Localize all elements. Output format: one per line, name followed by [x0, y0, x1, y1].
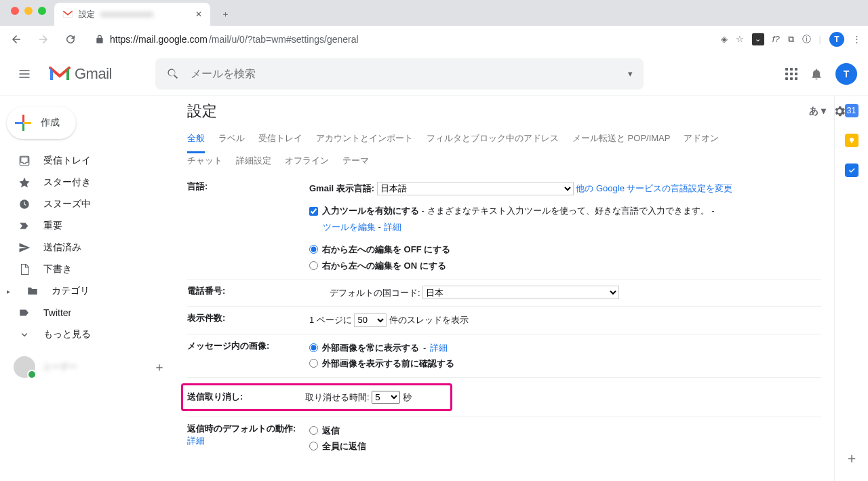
search-options-button[interactable]: ▾	[628, 69, 633, 79]
input-method-indicator[interactable]: あ ▾	[809, 105, 826, 117]
country-code-select[interactable]: 日本	[422, 286, 619, 299]
browser-profile-avatar[interactable]: T	[829, 32, 844, 47]
images-always-radio[interactable]	[309, 343, 318, 352]
tab-offline[interactable]: オフライン	[285, 155, 329, 167]
tab-chat[interactable]: チャット	[187, 155, 222, 167]
reply-all-label: 全員に返信	[322, 438, 366, 454]
reload-button[interactable]	[61, 30, 80, 49]
rtl-off-label: 右から左への編集を OFF にする	[322, 242, 450, 257]
close-tab-button[interactable]: ✕	[195, 9, 202, 19]
forward-button[interactable]	[34, 30, 53, 49]
other-services-link[interactable]: 他の Google サービスの言語設定を変更	[576, 183, 732, 193]
rtl-off-radio[interactable]	[309, 245, 318, 254]
tab-addons[interactable]: アドオン	[684, 132, 719, 145]
google-apps-button[interactable]	[785, 68, 797, 80]
row-body-images: 外部画像を常に表示する - 詳細 外部画像を表示する前に確認する	[309, 340, 821, 372]
display-lang-label: Gmail 表示言語:	[309, 183, 374, 193]
browser-menu-button[interactable]: ⋮	[852, 34, 861, 44]
gmail-product-name: Gmail	[75, 65, 112, 83]
settings-tabs-row2: チャット 詳細設定 オフライン テーマ	[187, 145, 868, 167]
clock-icon	[18, 197, 31, 211]
sidebar-item-starred[interactable]: スター付き	[0, 172, 174, 193]
row-label-pagesize: 表示件数:	[187, 312, 309, 328]
sidebar-item-more[interactable]: もっと見る	[0, 324, 174, 345]
fullscreen-window-button[interactable]	[38, 7, 46, 15]
main-menu-button[interactable]	[11, 60, 38, 88]
calendar-addon-icon[interactable]: 31	[845, 104, 859, 117]
search-box[interactable]: ▾	[155, 58, 644, 90]
browser-chrome: 設定 xxxxxxxxxxxxx ✕ ＋ https://mail.google…	[0, 0, 868, 52]
sidebar-item-inbox[interactable]: 受信トレイ	[0, 150, 174, 172]
extension-icon-1[interactable]: ◈	[721, 34, 728, 44]
sidebar-item-label: 重要	[43, 220, 62, 232]
tasks-addon-icon[interactable]	[845, 163, 859, 177]
svg-rect-2	[851, 142, 852, 144]
images-ask-radio[interactable]	[309, 359, 318, 368]
close-window-button[interactable]	[11, 7, 19, 15]
get-addons-button[interactable]: ＋	[845, 449, 859, 467]
browser-tab-title: 設定	[79, 9, 95, 20]
sidebar-item-sent[interactable]: 送信済み	[0, 237, 174, 258]
minimize-window-button[interactable]	[24, 7, 33, 15]
tab-accounts[interactable]: アカウントとインポート	[316, 132, 413, 145]
images-ask-row: 外部画像を表示する前に確認する	[309, 355, 821, 371]
reply-detail-link[interactable]: 詳細	[187, 436, 205, 446]
star-icon	[18, 176, 31, 189]
sidebar-item-important[interactable]: 重要	[0, 215, 174, 237]
lock-icon	[95, 35, 104, 44]
address-bar[interactable]: https://mail.google.com/mail/u/0/?tab=wm…	[88, 30, 713, 49]
sidebar-item-categories[interactable]: ▸ カテゴリ	[0, 280, 174, 302]
url-path: /mail/u/0/?tab=wm#settings/general	[209, 34, 359, 45]
settings-row-images: メッセージ内の画像: 外部画像を常に表示する - 詳細 外部画像を表示する前に確…	[187, 334, 821, 377]
hangouts-new-button[interactable]: ＋	[153, 359, 165, 375]
settings-row-reply: 返信時のデフォルトの動作: 詳細 返信 全員に返信	[187, 417, 821, 460]
pocket-icon[interactable]: ⌄	[752, 33, 764, 45]
settings-row-language: 言語: Gmail 表示言語: 日本語 他の Google サービスの言語設定を…	[187, 175, 821, 279]
input-tools-checkbox[interactable]	[309, 207, 318, 216]
reply-single-radio[interactable]	[309, 426, 318, 435]
browser-tab[interactable]: 設定 xxxxxxxxxxxxx ✕	[54, 3, 210, 26]
right-side-panel: 31 ＋	[834, 96, 868, 481]
row-body-undo: 取り消せる時間: 5 秒	[305, 391, 412, 404]
tab-general[interactable]: 全般	[187, 132, 205, 153]
reply-all-radio[interactable]	[309, 442, 318, 450]
back-button[interactable]	[7, 30, 26, 49]
display-lang-select[interactable]: 日本語	[377, 182, 574, 195]
hangouts-avatar[interactable]	[14, 356, 35, 378]
tab-forwarding[interactable]: メール転送と POP/IMAP	[572, 132, 670, 145]
extension-box-icon[interactable]: ⧉	[788, 34, 794, 45]
keep-addon-icon[interactable]	[845, 134, 859, 147]
sidebar-item-drafts[interactable]: 下書き	[0, 258, 174, 280]
tab-themes[interactable]: テーマ	[342, 155, 369, 167]
tab-inbox[interactable]: 受信トレイ	[258, 132, 302, 145]
tab-advanced[interactable]: 詳細設定	[236, 155, 271, 167]
info-icon[interactable]: ⓘ	[802, 33, 811, 45]
settings-row-undo-send: 送信取り消し: 取り消せる時間: 5 秒	[187, 377, 821, 417]
sidebar-item-twitter[interactable]: Twitter	[0, 302, 174, 324]
sidebar-item-snoozed[interactable]: スヌーズ中	[0, 193, 174, 215]
account-avatar[interactable]: T	[835, 63, 857, 85]
tab-filters[interactable]: フィルタとブロック中のアドレス	[427, 132, 559, 145]
pagesize-select[interactable]: 50	[354, 313, 387, 327]
caret-icon: ▸	[7, 288, 15, 295]
tab-labels[interactable]: ラベル	[218, 132, 245, 145]
bookmark-icon[interactable]: ☆	[736, 34, 744, 44]
extension-fp-icon[interactable]: f?	[772, 34, 780, 44]
images-ask-label: 外部画像を表示する前に確認する	[322, 355, 454, 371]
plus-icon	[15, 115, 31, 131]
row-body-phone: デフォルトの国コード: 日本	[309, 285, 821, 301]
edit-tools-link[interactable]: ツールを編集	[323, 222, 376, 232]
search-input[interactable]	[191, 68, 617, 80]
compose-button[interactable]: 作成	[7, 107, 76, 139]
inbox-icon	[18, 154, 31, 168]
new-tab-button[interactable]: ＋	[216, 5, 235, 24]
images-detail-link[interactable]: 詳細	[430, 340, 448, 355]
gmail-logo[interactable]: Gmail	[49, 65, 112, 83]
gmail-favicon	[62, 9, 73, 20]
tools-detail-link[interactable]: 詳細	[384, 222, 401, 232]
search-icon	[166, 67, 180, 81]
rtl-on-radio[interactable]	[309, 261, 318, 270]
notifications-button[interactable]	[810, 67, 823, 81]
undo-seconds-select[interactable]: 5	[372, 391, 400, 404]
sidebar-item-label: もっと見る	[43, 328, 91, 341]
